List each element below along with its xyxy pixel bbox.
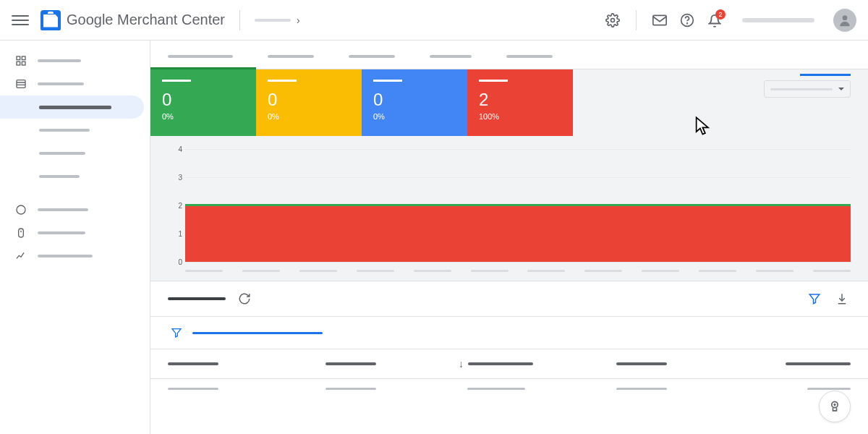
- sidebar-item[interactable]: [0, 221, 150, 244]
- tab-bar: [150, 41, 868, 69]
- table-cell: [723, 388, 851, 390]
- account-avatar[interactable]: [833, 9, 856, 32]
- tab[interactable]: [430, 51, 472, 69]
- filter-chip[interactable]: [192, 332, 323, 334]
- sidebar-item-label: [38, 255, 93, 258]
- funnel-icon[interactable]: [168, 324, 185, 341]
- svg-point-10: [17, 205, 25, 214]
- sidebar-item[interactable]: [0, 244, 150, 268]
- sidebar-item-label: [39, 106, 111, 109]
- sidebar-item[interactable]: [0, 95, 144, 119]
- mouse-cursor: [693, 116, 713, 136]
- table-cell: [577, 388, 705, 390]
- cell-value: [168, 388, 218, 390]
- sidebar-item[interactable]: [0, 119, 150, 142]
- svg-rect-11: [19, 229, 24, 237]
- logo[interactable]: Google Merchant Center: [41, 10, 225, 30]
- card-label: [373, 80, 402, 82]
- card-value: 0: [373, 90, 456, 109]
- column-header-label: [616, 362, 667, 365]
- notifications-icon[interactable]: 2: [706, 12, 723, 29]
- y-axis-tick: 4: [178, 145, 182, 153]
- status-cards: 00%00%00%2100%: [150, 69, 573, 136]
- svg-rect-5: [17, 56, 20, 60]
- search-placeholder[interactable]: [742, 18, 814, 22]
- column-header-label: [168, 362, 218, 365]
- table-cell: [432, 388, 560, 390]
- card-percent: 100%: [479, 112, 561, 121]
- column-header[interactable]: ↓: [432, 358, 560, 370]
- x-axis-tick: [357, 270, 394, 272]
- menu-icon[interactable]: [12, 12, 29, 29]
- mail-icon[interactable]: [651, 12, 668, 29]
- mouse-icon: [14, 226, 27, 239]
- chart-series-disapproved: [185, 205, 851, 262]
- y-axis-tick: 0: [178, 258, 182, 266]
- tab-label: [430, 55, 472, 58]
- chevron-down-icon: [838, 88, 844, 90]
- column-header[interactable]: [168, 362, 269, 365]
- sidebar-item[interactable]: [0, 49, 150, 72]
- tab[interactable]: [506, 51, 553, 69]
- x-axis-tick: [756, 270, 793, 272]
- x-axis-tick: [185, 270, 223, 272]
- tab-label: [349, 55, 395, 58]
- sidebar: [0, 41, 150, 434]
- status-card-yellow[interactable]: 00%: [256, 69, 362, 136]
- feedback-fab[interactable]: [819, 391, 851, 422]
- tab-label: [268, 55, 314, 58]
- items-table-section: ↓: [150, 281, 868, 399]
- column-header-label: [468, 362, 533, 365]
- refresh-icon[interactable]: [236, 290, 253, 307]
- x-axis-tick: [471, 270, 509, 272]
- column-header[interactable]: [577, 362, 705, 365]
- main-content: 00%00%00%2100% 01234: [150, 41, 868, 434]
- breadcrumb-item[interactable]: [255, 19, 291, 22]
- column-header[interactable]: [723, 362, 851, 365]
- sidebar-item-label: [38, 82, 84, 85]
- y-axis-tick: 2: [178, 202, 182, 210]
- svg-rect-8: [22, 61, 25, 65]
- column-header-label: [326, 362, 376, 365]
- filter-icon[interactable]: [806, 290, 823, 307]
- sidebar-item[interactable]: [0, 72, 150, 95]
- download-icon[interactable]: [833, 290, 851, 307]
- table-cell: [168, 388, 269, 390]
- breadcrumb[interactable]: ›: [255, 14, 300, 26]
- sidebar-item-label: [39, 175, 80, 178]
- svg-rect-6: [22, 56, 25, 60]
- header-actions: 2: [604, 9, 856, 32]
- status-chart: 01234: [185, 149, 851, 272]
- status-card-green[interactable]: 00%: [150, 69, 256, 136]
- svg-rect-7: [17, 61, 20, 65]
- settings-icon[interactable]: [604, 12, 621, 29]
- tab[interactable]: [268, 51, 314, 69]
- column-header-label: [786, 362, 851, 365]
- sidebar-item[interactable]: [0, 165, 150, 188]
- x-axis-tick: [813, 270, 851, 272]
- x-axis-tick: [699, 270, 736, 272]
- sidebar-item[interactable]: [0, 198, 150, 221]
- card-value: 0: [162, 90, 244, 109]
- gridline: [185, 177, 851, 178]
- toolbar-title: [168, 297, 226, 300]
- y-axis-tick: 1: [178, 230, 182, 238]
- status-card-blue[interactable]: 00%: [362, 69, 467, 136]
- x-axis-tick: [527, 270, 565, 272]
- status-card-red[interactable]: 2100%: [467, 69, 573, 136]
- tab[interactable]: [349, 51, 395, 69]
- cell-value: [616, 388, 667, 390]
- table-row[interactable]: [150, 378, 868, 399]
- help-icon[interactable]: [678, 12, 696, 29]
- trend-icon: [14, 250, 27, 263]
- cell-value: [326, 388, 376, 390]
- column-header[interactable]: [286, 362, 414, 365]
- chevron-right-icon: ›: [297, 14, 300, 26]
- grid-icon: [14, 54, 27, 67]
- cell-value: [807, 388, 851, 390]
- x-axis-tick: [642, 270, 679, 272]
- card-value: 0: [268, 90, 350, 109]
- sidebar-item[interactable]: [0, 142, 150, 165]
- dropdown[interactable]: [764, 80, 851, 98]
- chart-series-active: [185, 204, 851, 206]
